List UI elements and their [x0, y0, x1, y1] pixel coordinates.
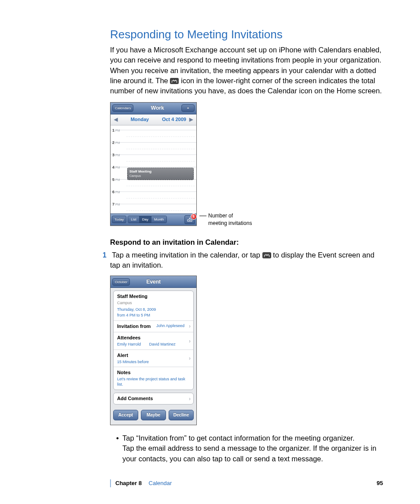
- seg-list[interactable]: List: [128, 216, 139, 223]
- add-event-button[interactable]: +: [181, 104, 195, 112]
- decline-button[interactable]: Decline: [169, 410, 194, 420]
- today-button[interactable]: Today: [112, 216, 126, 223]
- bullet-text-b: Tap the email address to send a message …: [122, 444, 376, 462]
- attendees-label: Attendees: [117, 335, 190, 341]
- maybe-button[interactable]: Maybe: [141, 410, 166, 420]
- next-day-button[interactable]: ▶: [189, 117, 193, 122]
- invitation-from-label: Invitation from: [117, 324, 151, 329]
- callout-leader: [199, 216, 206, 216]
- callout-line1: Number of: [208, 212, 252, 220]
- hour-3: 3: [112, 153, 114, 157]
- inbox-icon: [262, 252, 271, 258]
- bullet-list: Tap “Invitation from” to get contact inf…: [116, 433, 383, 464]
- hour-2: 2: [112, 140, 114, 145]
- footer-chapter: Chapter 8: [115, 480, 142, 486]
- hour-7: 7: [112, 202, 114, 206]
- add-comments-label: Add Comments: [117, 396, 153, 401]
- attendee-1: Emily Harrold: [117, 342, 141, 346]
- event-summary-card: Staff Meeting Campus Thursday, Oct 8, 20…: [113, 291, 194, 390]
- seg-month[interactable]: Month: [151, 216, 166, 223]
- invitation-count-badge: 1: [191, 213, 197, 220]
- invitations-inbox-button[interactable]: 1: [184, 215, 195, 224]
- event-name: Staff Meeting: [117, 293, 190, 300]
- event-location: Campus: [117, 300, 190, 306]
- alert-value: 15 Minutes before: [117, 359, 190, 365]
- calendar-title: Work: [151, 104, 164, 112]
- callout-line2: meeting invitations: [208, 220, 252, 227]
- calendar-screenshot: Calendars Work + ◀ Monday Oct 4 2009 ▶ 1…: [110, 102, 383, 226]
- event-date: Thursday, Oct 8, 2009: [117, 307, 190, 313]
- calendar-body[interactable]: 1PM 2PM 3PM 4PM 5PM 6PM 7PM Staff Meetin…: [111, 125, 196, 213]
- bullet-text-a: Tap “Invitation from” to get contact inf…: [122, 434, 354, 442]
- notes-value: Let's review the project status and task…: [117, 376, 190, 387]
- response-actions: Accept Maybe Decline: [111, 407, 196, 425]
- notes-label: Notes: [117, 369, 190, 376]
- calendars-back-button[interactable]: Calendars: [112, 104, 133, 112]
- hour-6: 6: [112, 190, 114, 194]
- invitation-from-value: John Appleseed: [156, 323, 184, 329]
- prev-day-button[interactable]: ◀: [114, 116, 118, 123]
- step1-pre: Tap a meeting invitation in the calendar…: [112, 251, 262, 259]
- invitation-from-row[interactable]: Invitation from John Appleseed ›: [114, 320, 193, 332]
- footer-chapter-name: Calendar: [149, 480, 172, 486]
- event-navtitle: Event: [146, 278, 161, 286]
- page-number: 95: [377, 479, 383, 487]
- event-navbar: October Event: [111, 276, 196, 288]
- respond-heading: Respond to an invitation in Calendar:: [110, 237, 383, 247]
- hour-4: 4: [112, 165, 114, 169]
- step-number: 1: [95, 250, 107, 260]
- ampm: PM: [115, 129, 120, 132]
- bullet-item: Tap “Invitation from” to get contact inf…: [116, 433, 383, 464]
- date-bar: ◀ Monday Oct 4 2009 ▶: [111, 114, 196, 125]
- meeting-invitation-block[interactable]: Staff Meeting Campus: [127, 168, 194, 180]
- inbox-icon: [170, 78, 179, 84]
- hour-5: 5: [112, 177, 114, 182]
- alert-row[interactable]: Alert 15 Minutes before ›: [114, 349, 193, 367]
- chevron-right-icon: ›: [189, 395, 191, 402]
- meeting-location: Campus: [129, 174, 192, 178]
- seg-day[interactable]: Day: [140, 216, 151, 223]
- calendar-navbar: Calendars Work +: [111, 103, 196, 114]
- alert-label: Alert: [117, 352, 190, 359]
- page-content: Responding to Meeting Invitations If you…: [110, 26, 383, 466]
- event-screenshot: October Event Staff Meeting Campus Thurs…: [110, 276, 197, 425]
- chevron-right-icon: ›: [189, 355, 191, 362]
- event-time: from 4 PM to 5 PM: [117, 313, 190, 318]
- accept-button[interactable]: Accept: [113, 410, 138, 420]
- add-comments-card[interactable]: Add Comments ›: [113, 393, 194, 405]
- date-label: Oct 4 2009: [162, 117, 186, 122]
- callout: Number of meeting invitations: [199, 212, 252, 227]
- view-segment: List Day Month: [128, 216, 167, 223]
- meeting-title: Staff Meeting: [129, 169, 192, 174]
- weekday-label: Monday: [131, 116, 149, 123]
- page-footer: Chapter 8 Calendar 95: [110, 479, 386, 487]
- hour-1: 1: [112, 128, 114, 132]
- intro-paragraph: If you have a Microsoft Exchange account…: [110, 45, 383, 96]
- chevron-right-icon: ›: [189, 337, 191, 345]
- step-1: 1 Tap a meeting invitation in the calend…: [110, 250, 383, 270]
- section-heading: Responding to Meeting Invitations: [110, 26, 383, 42]
- event-back-button[interactable]: October: [112, 278, 130, 286]
- calendar-phone: Calendars Work + ◀ Monday Oct 4 2009 ▶ 1…: [110, 102, 197, 226]
- attendee-2: David Martinez: [149, 342, 176, 346]
- attendees-row[interactable]: Attendees Emily Harrold David Martinez ›: [114, 332, 193, 349]
- notes-row: Notes Let's review the project status an…: [114, 367, 193, 390]
- chevron-right-icon: ›: [189, 323, 191, 330]
